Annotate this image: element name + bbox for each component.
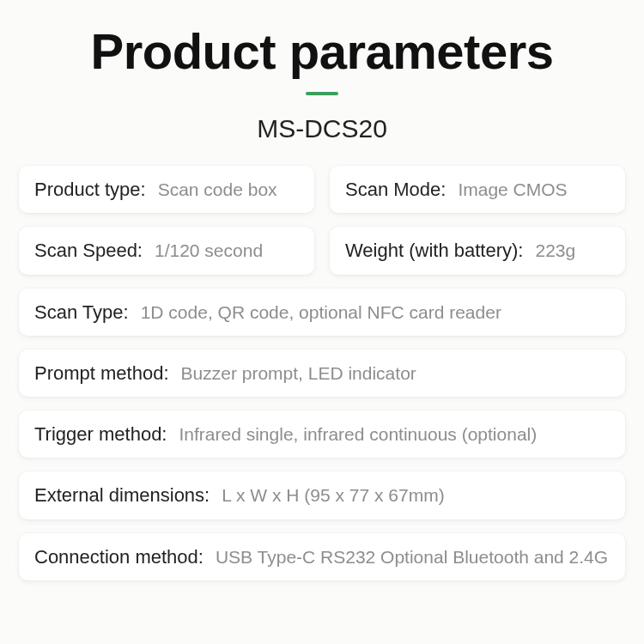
spec-value: 223g (535, 239, 575, 262)
spec-value: L x W x H (95 x 77 x 67mm) (222, 483, 444, 507)
spec-connection-method: Connection method: USB Type-C RS232 Opti… (19, 533, 625, 580)
spec-label: Trigger method: (34, 423, 167, 446)
spec-row: Connection method: USB Type-C RS232 Opti… (19, 533, 625, 580)
spec-label: Connection method: (34, 546, 204, 568)
spec-label: Scan Mode: (345, 179, 446, 201)
spec-value: Infrared single, infrared continuous (op… (179, 422, 537, 446)
title-accent-underline (306, 92, 338, 95)
spec-label: Scan Speed: (34, 240, 143, 262)
spec-scan-type: Scan Type: 1D code, QR code, optional NF… (19, 289, 625, 336)
spec-row: Prompt method: Buzzer prompt, LED indica… (19, 349, 625, 397)
spec-row: Product type: Scan code box Scan Mode: I… (19, 166, 625, 213)
spec-external-dimensions: External dimensions: L x W x H (95 x 77 … (19, 471, 625, 519)
spec-label: Scan Type: (34, 301, 129, 324)
spec-value: Buzzer prompt, LED indicator (181, 361, 416, 385)
spec-value: 1D code, QR code, optional NFC card read… (141, 301, 501, 324)
spec-weight: Weight (with battery): 223g (330, 227, 625, 274)
spec-label: External dimensions: (34, 484, 210, 507)
spec-row: Scan Speed: 1/120 second Weight (with ba… (19, 227, 625, 274)
spec-prompt-method: Prompt method: Buzzer prompt, LED indica… (19, 349, 625, 397)
spec-row: External dimensions: L x W x H (95 x 77 … (19, 471, 625, 519)
spec-label: Weight (with battery): (345, 240, 523, 262)
spec-scan-speed: Scan Speed: 1/120 second (19, 227, 314, 274)
page-title: Product parameters (19, 22, 625, 80)
spec-scan-mode: Scan Mode: Image CMOS (330, 166, 625, 213)
spec-value: Scan code box (158, 178, 277, 201)
spec-product-type: Product type: Scan code box (19, 166, 314, 213)
spec-value: Image CMOS (458, 178, 567, 201)
spec-label: Prompt method: (34, 362, 169, 385)
spec-row: Scan Type: 1D code, QR code, optional NF… (19, 289, 625, 336)
spec-label: Product type: (34, 179, 146, 201)
spec-value: 1/120 second (155, 239, 263, 262)
spec-trigger-method: Trigger method: Infrared single, infrare… (19, 410, 625, 458)
spec-list: Product type: Scan code box Scan Mode: I… (19, 166, 625, 580)
spec-row: Trigger method: Infrared single, infrare… (19, 410, 625, 458)
spec-value: USB Type-C RS232 Optional Bluetooth and … (216, 545, 608, 568)
model-number: MS-DCS20 (19, 114, 625, 143)
